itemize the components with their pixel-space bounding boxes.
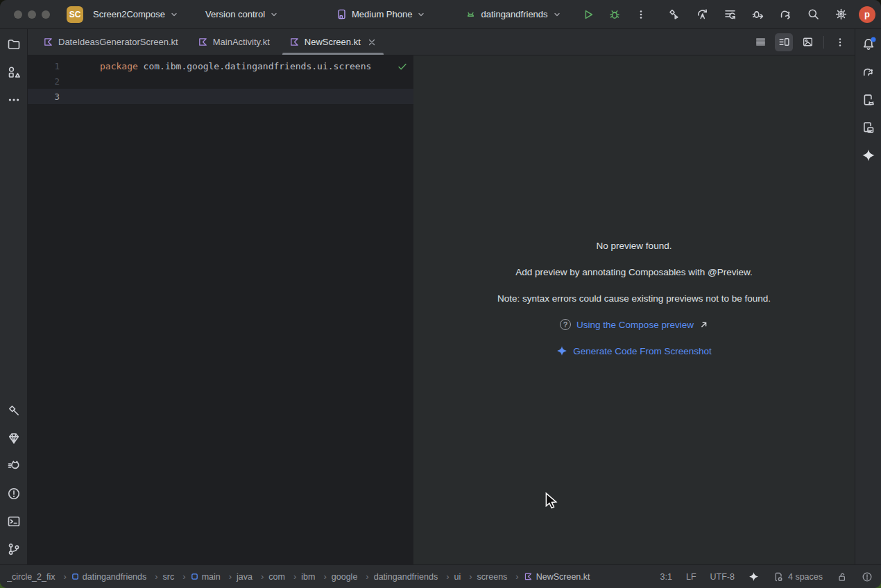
tab-newscreen[interactable]: NewScreen.kt bbox=[280, 29, 386, 55]
module-icon bbox=[71, 573, 79, 580]
run-actions bbox=[579, 5, 651, 24]
warning-circle-icon bbox=[7, 487, 21, 501]
breadcrumb-label: _circle_2_fix bbox=[7, 572, 55, 582]
breadcrumb-item[interactable]: src bbox=[163, 571, 191, 582]
tab-dateideasgeneratorscreen[interactable]: DateIdeasGeneratorScreen.kt bbox=[33, 29, 188, 55]
syntax-note-message: Note: syntax errors could cause existing… bbox=[497, 285, 771, 311]
problems-tool-button[interactable] bbox=[4, 484, 24, 503]
close-window-button[interactable] bbox=[14, 10, 22, 19]
window-controls bbox=[0, 10, 62, 19]
kotlin-file-icon bbox=[524, 572, 533, 581]
close-tab-button[interactable] bbox=[367, 37, 377, 47]
encoding-widget[interactable]: UTF-8 bbox=[710, 572, 735, 582]
sparkle-icon bbox=[862, 148, 875, 162]
hammer-icon bbox=[7, 404, 21, 417]
breadcrumb-label: ui bbox=[454, 572, 461, 582]
logcat-tool-button[interactable] bbox=[4, 456, 24, 476]
code-view-icon bbox=[755, 36, 767, 48]
sync-lines-icon bbox=[724, 8, 737, 21]
version-control-tool-button[interactable] bbox=[4, 539, 24, 559]
breadcrumb-item[interactable]: datingandfriends bbox=[374, 571, 454, 582]
editor-options-button[interactable] bbox=[831, 33, 849, 51]
user-avatar[interactable]: p bbox=[859, 6, 875, 23]
indent-widget[interactable]: 4 spaces bbox=[773, 571, 823, 582]
gemini-tool-button[interactable] bbox=[859, 146, 878, 165]
split-view-button[interactable] bbox=[775, 33, 793, 51]
left-tool-stripe bbox=[0, 29, 28, 564]
editor-line-1: 1 package com.ibm.google.datingandfriend… bbox=[28, 58, 413, 74]
design-view-button[interactable] bbox=[798, 33, 816, 51]
breadcrumb-label: NewScreen.kt bbox=[536, 572, 590, 582]
status-widgets: 3:1 LF UTF-8 4 spaces bbox=[660, 571, 873, 582]
device-manager-tool-button[interactable] bbox=[859, 90, 878, 110]
caret-position-widget[interactable]: 3:1 bbox=[660, 572, 672, 582]
breadcrumb-label: main bbox=[202, 572, 221, 582]
kotlin-file-icon bbox=[198, 37, 208, 47]
terminal-tool-button[interactable] bbox=[4, 512, 24, 531]
notifications-button[interactable] bbox=[859, 35, 878, 54]
code-view-button[interactable] bbox=[751, 33, 769, 51]
indent-config-icon bbox=[773, 571, 784, 582]
android-icon bbox=[465, 8, 477, 20]
device-selector[interactable]: Medium Phone bbox=[332, 6, 430, 23]
tab-mainactivity[interactable]: MainActivity.kt bbox=[188, 29, 280, 55]
titlebar-right-actions: p bbox=[665, 5, 875, 24]
breadcrumb-item[interactable]: screens bbox=[477, 571, 524, 582]
split-view-icon bbox=[778, 36, 790, 48]
more-tool-windows-button[interactable] bbox=[4, 90, 24, 110]
main-area: DateIdeasGeneratorScreen.kt MainActivity… bbox=[0, 29, 881, 564]
more-run-options-button[interactable] bbox=[631, 5, 651, 24]
folder-icon bbox=[7, 37, 21, 51]
tab-label: DateIdeasGeneratorScreen.kt bbox=[58, 37, 178, 47]
editor-line-2: 2 bbox=[28, 74, 413, 89]
breadcrumb-item[interactable]: google bbox=[332, 571, 374, 582]
breadcrumb-item[interactable]: _circle_2_fix bbox=[7, 571, 71, 582]
sync-project-button[interactable] bbox=[720, 5, 739, 24]
apply-code-changes-button[interactable] bbox=[748, 5, 767, 24]
inspection-highlight-widget[interactable] bbox=[862, 571, 873, 582]
generate-code-from-screenshot-link[interactable]: Generate Code From Screenshot bbox=[556, 338, 712, 364]
inspections-status[interactable] bbox=[397, 61, 408, 72]
app-quality-insights-tool-button[interactable] bbox=[4, 429, 24, 448]
gemini-status-widget[interactable] bbox=[749, 571, 759, 582]
run-configuration-selector[interactable]: datingandfriends bbox=[461, 6, 565, 23]
readonly-toggle[interactable] bbox=[837, 571, 848, 582]
breadcrumb-item[interactable]: ibm bbox=[301, 571, 332, 582]
code-editor[interactable]: 1 package com.ibm.google.datingandfriend… bbox=[28, 55, 413, 564]
chevron-down-icon bbox=[169, 10, 179, 19]
breadcrumb-item[interactable]: main bbox=[191, 571, 237, 582]
gradle-sync-button[interactable] bbox=[776, 5, 795, 24]
minimize-window-button[interactable] bbox=[28, 10, 36, 19]
editor-column: DateIdeasGeneratorScreen.kt MainActivity… bbox=[28, 29, 855, 564]
build-tool-button[interactable] bbox=[4, 401, 24, 420]
vcs-widget[interactable]: Version control bbox=[201, 6, 283, 22]
breadcrumb-item[interactable]: com bbox=[268, 571, 301, 582]
search-everywhere-button[interactable] bbox=[803, 5, 823, 24]
build-run-button[interactable] bbox=[665, 5, 684, 24]
project-tool-button[interactable] bbox=[4, 35, 24, 54]
breadcrumb-label: com bbox=[268, 572, 285, 582]
indent-label: 4 spaces bbox=[788, 572, 823, 582]
line-ending-widget[interactable]: LF bbox=[686, 572, 696, 582]
no-preview-message: No preview found. bbox=[597, 232, 672, 259]
line-number: 1 bbox=[28, 61, 72, 71]
zoom-window-button[interactable] bbox=[42, 10, 50, 19]
run-toolbar: Medium Phone datingandfriends bbox=[332, 5, 651, 24]
apply-changes-button[interactable] bbox=[692, 5, 712, 24]
terminal-icon bbox=[7, 514, 21, 528]
breadcrumb-item-file[interactable]: NewScreen.kt bbox=[524, 572, 590, 582]
shapes-icon bbox=[7, 65, 21, 79]
debug-button[interactable] bbox=[605, 5, 624, 24]
breadcrumb-item[interactable]: ui bbox=[454, 571, 477, 582]
run-button[interactable] bbox=[579, 5, 598, 24]
breadcrumb-item[interactable]: datingandfriends bbox=[71, 571, 163, 582]
preview-messages: No preview found. Add preview by annotat… bbox=[413, 232, 855, 364]
breadcrumb-item[interactable]: java bbox=[237, 571, 268, 582]
gradle-tool-button[interactable] bbox=[859, 62, 878, 82]
right-tool-stripe bbox=[855, 29, 881, 564]
settings-button[interactable] bbox=[831, 5, 850, 24]
compose-preview-help-link[interactable]: ? Using the Compose preview bbox=[560, 311, 708, 338]
project-widget[interactable]: SC Screen2Compose bbox=[62, 3, 183, 26]
running-devices-tool-button[interactable] bbox=[859, 118, 878, 137]
resource-manager-tool-button[interactable] bbox=[4, 62, 24, 82]
